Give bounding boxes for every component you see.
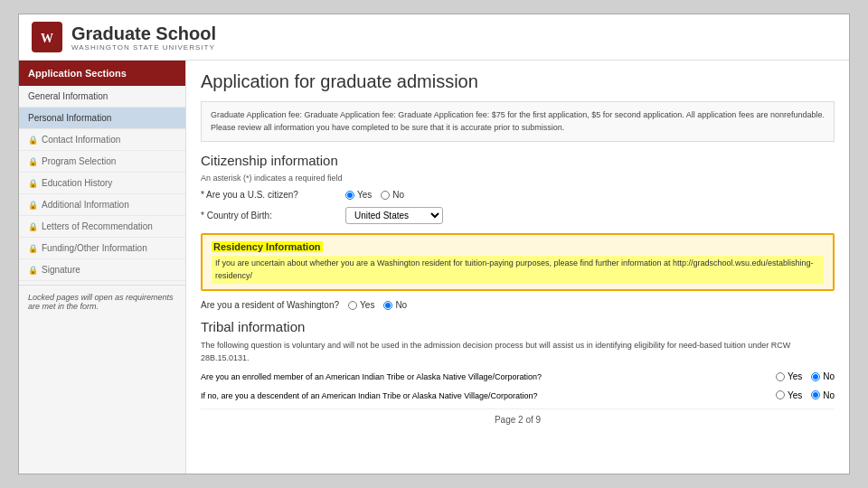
page-title: Application for graduate admission	[201, 71, 835, 92]
tribal-section-title: Tribal information	[201, 319, 835, 334]
sidebar-item-general-info[interactable]: General Information	[19, 86, 185, 108]
svg-text:W: W	[41, 32, 53, 45]
required-note: An asterisk (*) indicates a required fie…	[201, 174, 835, 183]
residency-text: If you are uncertain about whether you a…	[212, 256, 824, 284]
tribal-q1-no-label: No	[823, 371, 835, 381]
header-title-group: Graduate School WASHINGTON STATE UNIVERS…	[71, 23, 216, 52]
lock-icon-program: 🔒	[28, 157, 38, 166]
content-area: Application Sections General Information…	[19, 61, 849, 474]
sidebar-note: Locked pages will open as requirements a…	[19, 285, 185, 318]
resident-question-label: Are you a resident of Washington?	[201, 300, 339, 310]
resident-no-radio[interactable]	[383, 301, 392, 310]
tribal-note: The following question is voluntary and …	[201, 340, 835, 364]
general-info-label: General Information	[28, 91, 108, 101]
sidebar-heading: Application Sections	[19, 61, 185, 86]
notice-text: Graduate Application fee: Graduate Appli…	[211, 110, 825, 132]
sidebar: Application Sections General Information…	[19, 61, 186, 474]
country-birth-select[interactable]: United States Canada Mexico Other	[345, 207, 443, 224]
citizen-no-label: No	[392, 190, 404, 200]
personal-info-label: Personal Information	[28, 113, 111, 123]
citizen-radio-group: Yes No	[345, 190, 404, 200]
lock-icon-signature: 🔒	[28, 266, 38, 275]
resident-yes-label: Yes	[360, 300, 374, 310]
education-history-label: Education History	[42, 178, 112, 188]
sidebar-item-letters-recommendation[interactable]: 🔒 Letters of Recommendation	[19, 216, 185, 238]
tribal-q1-radio-group: Yes No	[776, 371, 835, 381]
tribal-q1-yes-option[interactable]: Yes	[776, 371, 802, 381]
sidebar-item-education-history[interactable]: 🔒 Education History	[19, 173, 185, 194]
tribal-question2-row: If no, are you a descendent of an Americ…	[201, 390, 835, 402]
sidebar-item-program-selection[interactable]: 🔒 Program Selection	[19, 151, 185, 173]
funding-info-label: Funding/Other Information	[42, 243, 147, 253]
tribal-q2-no-label: No	[823, 390, 835, 400]
lock-icon-additional: 🔒	[28, 201, 38, 210]
tribal-q1-no-radio[interactable]	[811, 372, 820, 381]
wsu-logo: W	[32, 22, 62, 52]
signature-label: Signature	[42, 265, 80, 275]
page-wrapper: W Graduate School WASHINGTON STATE UNIVE…	[18, 14, 850, 474]
tribal-q1-no-option[interactable]: No	[811, 371, 835, 381]
sidebar-item-contact-info[interactable]: 🔒 Contact Information	[19, 129, 185, 151]
residency-title: Residency Information	[212, 241, 323, 252]
citizen-question-row: * Are you a U.S. citizen? Yes No	[201, 190, 835, 200]
tribal-question1-label: Are you an enrolled member of an America…	[201, 371, 761, 383]
tribal-question1-row: Are you an enrolled member of an America…	[201, 371, 835, 383]
citizen-no-radio[interactable]	[381, 191, 390, 200]
sidebar-item-funding-info[interactable]: 🔒 Funding/Other Information	[19, 238, 185, 259]
lock-icon-education: 🔒	[28, 179, 38, 188]
tribal-q1-yes-label: Yes	[788, 371, 802, 381]
lock-icon-funding: 🔒	[28, 244, 38, 253]
citizen-no-option[interactable]: No	[381, 190, 404, 200]
tribal-q2-yes-radio[interactable]	[776, 390, 785, 399]
resident-question-row: Are you a resident of Washington? Yes No	[201, 300, 835, 310]
residency-section: Residency Information If you are uncerta…	[201, 233, 835, 291]
tribal-question2-label: If no, are you a descendent of an Americ…	[201, 390, 761, 402]
resident-radio-group: Yes No	[348, 300, 407, 310]
sidebar-item-personal-info[interactable]: Personal Information	[19, 108, 185, 129]
header: W Graduate School WASHINGTON STATE UNIVE…	[19, 14, 849, 61]
sidebar-item-signature[interactable]: 🔒 Signature	[19, 259, 185, 281]
main-content: Application for graduate admission Gradu…	[186, 61, 849, 474]
header-title-sub: WASHINGTON STATE UNIVERSITY	[71, 43, 216, 52]
tribal-q2-yes-option[interactable]: Yes	[776, 390, 802, 400]
tribal-q1-yes-radio[interactable]	[776, 372, 785, 381]
tribal-q2-no-option[interactable]: No	[811, 390, 835, 400]
lock-icon-letters: 🔒	[28, 222, 38, 231]
tribal-q2-radio-group: Yes No	[776, 390, 835, 400]
citizen-yes-radio[interactable]	[345, 191, 354, 200]
notice-box: Graduate Application fee: Graduate Appli…	[201, 101, 835, 142]
citizen-yes-option[interactable]: Yes	[345, 190, 372, 200]
program-selection-label: Program Selection	[42, 156, 116, 166]
citizen-question-label: * Are you a U.S. citizen?	[201, 190, 336, 200]
page-footer: Page 2 of 9	[201, 408, 835, 430]
country-birth-row: * Country of Birth: United States Canada…	[201, 207, 835, 224]
tribal-q2-yes-label: Yes	[788, 390, 802, 400]
resident-no-option[interactable]: No	[383, 300, 407, 310]
tribal-q2-no-radio[interactable]	[811, 390, 820, 399]
resident-yes-radio[interactable]	[348, 301, 357, 310]
tribal-section: Tribal information The following questio…	[201, 319, 835, 401]
header-title-main: Graduate School	[71, 23, 216, 43]
sidebar-item-additional-info[interactable]: 🔒 Additional Information	[19, 194, 185, 216]
citizen-yes-label: Yes	[357, 190, 372, 200]
lock-icon-contact: 🔒	[28, 136, 38, 145]
citizenship-section-title: Citizenship information	[201, 153, 835, 168]
resident-no-label: No	[395, 300, 407, 310]
resident-yes-option[interactable]: Yes	[348, 300, 374, 310]
additional-info-label: Additional Information	[42, 200, 129, 210]
contact-info-label: Contact Information	[42, 135, 120, 145]
country-birth-label: * Country of Birth:	[201, 211, 336, 221]
citizenship-section: Citizenship information An asterisk (*) …	[201, 153, 835, 224]
letters-recommendation-label: Letters of Recommendation	[42, 221, 153, 231]
